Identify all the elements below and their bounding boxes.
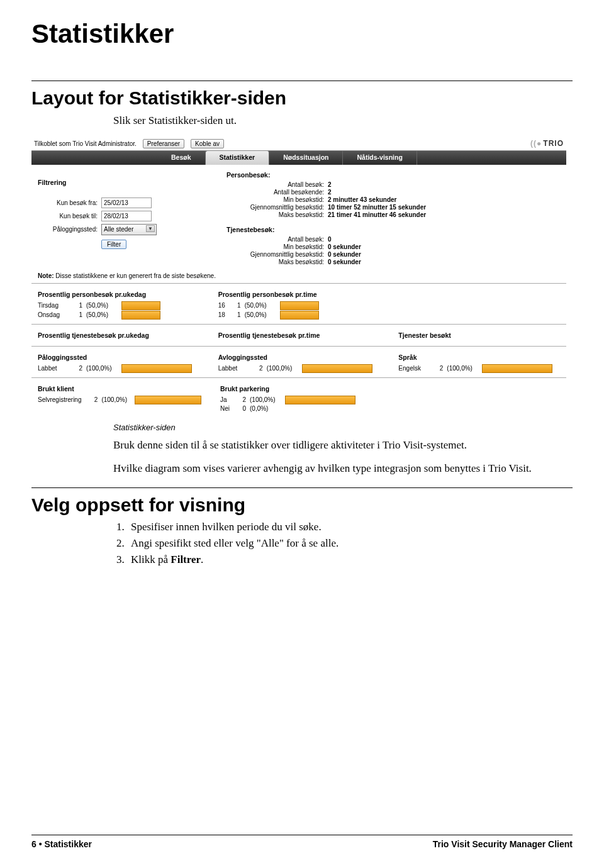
- layout-intro: Slik ser Statistikker-siden ut.: [113, 114, 573, 128]
- stat-row: Maks besøkstid:21 timer 41 minutter 46 s…: [226, 211, 560, 218]
- chart-title: Brukt klient: [38, 385, 201, 392]
- paragraph: Hvilke diagram som vises varierer avheng…: [113, 462, 573, 476]
- trio-logo: TRIO: [530, 139, 564, 148]
- from-date-input[interactable]: 25/02/13: [101, 198, 152, 208]
- section-divider: [31, 81, 573, 81]
- screenshot-caption: Statistikker-siden: [113, 423, 573, 432]
- section-divider: [31, 487, 573, 488]
- step-item: Klikk på Filtrer.: [127, 554, 573, 566]
- chart-title: Tjenester besøkt: [398, 331, 560, 339]
- disconnect-button[interactable]: Koble av: [191, 139, 224, 148]
- layout-heading: Layout for Statistikker-siden: [31, 87, 573, 109]
- bar-row: 181(50,0%): [218, 311, 380, 320]
- filter-panel: Filtrering Kun besøk fra: 25/02/13 Kun b…: [38, 170, 220, 266]
- setup-heading: Velg oppsett for visning: [31, 494, 573, 516]
- tjenestebesok-heading: Tjenestebesøk:: [226, 226, 560, 233]
- statistikker-screenshot: Tilkoblet som Trio Visit Administrator. …: [31, 137, 566, 416]
- footer-right: Trio Visit Security Manager Client: [433, 839, 573, 849]
- bar-row: Engelsk2(100,0%): [398, 364, 560, 373]
- location-select[interactable]: Alle steder: [101, 224, 157, 235]
- chart-title: Prosentlig personbesøk pr.ukedag: [38, 291, 199, 298]
- stat-row: Antall besøkende:2: [226, 189, 560, 196]
- bar-row: Nei0(0,0%): [220, 405, 381, 412]
- stat-row: Min besøkstid:2 minutter 43 sekunder: [226, 196, 560, 203]
- personbesok-heading: Personbesøk:: [226, 171, 560, 179]
- filter-button[interactable]: Filter: [101, 240, 126, 249]
- tab-statistikker[interactable]: Statistikker: [206, 151, 270, 165]
- chart-title: Avloggingssted: [218, 353, 380, 361]
- to-label: Kun besøk til:: [38, 213, 98, 220]
- bar-row: Ja2(100,0%): [220, 396, 381, 404]
- from-label: Kun besøk fra:: [38, 199, 98, 206]
- chart-title: Språk: [398, 353, 560, 361]
- bar-row: Labbet2(100,0%): [38, 364, 199, 373]
- tab-nodssituasjon[interactable]: Nødssituasjon: [269, 151, 343, 165]
- bar-row: Selvregistrering2(100,0%): [38, 396, 201, 404]
- tab-besok[interactable]: Besøk: [157, 151, 206, 165]
- chart-title: Prosentlig tjenestebesøk pr.time: [218, 331, 380, 339]
- stat-row: Antall besøk:2: [226, 181, 560, 188]
- stats-note: Note: Disse statistikkene er kun generer…: [31, 266, 566, 283]
- page-title: Statistikker: [31, 19, 573, 49]
- chart-title: Prosentlig personbesøk pr.time: [218, 291, 380, 298]
- nav-strip: Besøk Statistikker Nødssituasjon Nåtids-…: [31, 151, 566, 165]
- chart-title: Prosentlig tjenestebesøk pr.ukedag: [38, 331, 199, 339]
- stat-row: Antall besøk:0: [226, 236, 560, 243]
- stat-row: Min besøkstid:0 sekunder: [226, 243, 560, 250]
- preferences-button[interactable]: Preferanser: [143, 139, 184, 148]
- stat-row: Maks besøkstid:0 sekunder: [226, 259, 560, 265]
- stat-row: Gjennomsnittlig besøkstid:0 sekunder: [226, 251, 560, 258]
- paragraph: Bruk denne siden til å se statistikker o…: [113, 438, 573, 453]
- step-item: Spesifiser innen hvilken periode du vil …: [127, 521, 573, 533]
- step-item: Angi spesifikt sted eller velg "Alle" fo…: [127, 537, 573, 550]
- bar-row: Labbet2(100,0%): [218, 364, 380, 373]
- stat-row: Gjennomsnittlig besøkstid:10 timer 52 mi…: [226, 204, 560, 211]
- chart-title: Påloggingssted: [38, 353, 199, 361]
- tab-natids-visning[interactable]: Nåtids-visning: [343, 151, 417, 165]
- bar-row: Onsdag1(50,0%): [38, 311, 199, 320]
- footer-left: 6 • Statistikker: [31, 839, 92, 849]
- chart-title: Brukt parkering: [220, 385, 381, 392]
- bar-row: Tirsdag1(50,0%): [38, 301, 199, 310]
- page-footer: 6 • Statistikker Trio Visit Security Man…: [31, 835, 573, 849]
- to-date-input[interactable]: 28/02/13: [101, 211, 152, 221]
- connected-as-text: Tilkoblet som Trio Visit Administrator.: [34, 140, 137, 147]
- location-label: Påloggingssted:: [38, 226, 98, 233]
- filter-heading: Filtrering: [38, 179, 220, 186]
- steps-list: Spesifiser innen hvilken periode du vil …: [113, 521, 573, 566]
- bar-row: 161(50,0%): [218, 301, 380, 310]
